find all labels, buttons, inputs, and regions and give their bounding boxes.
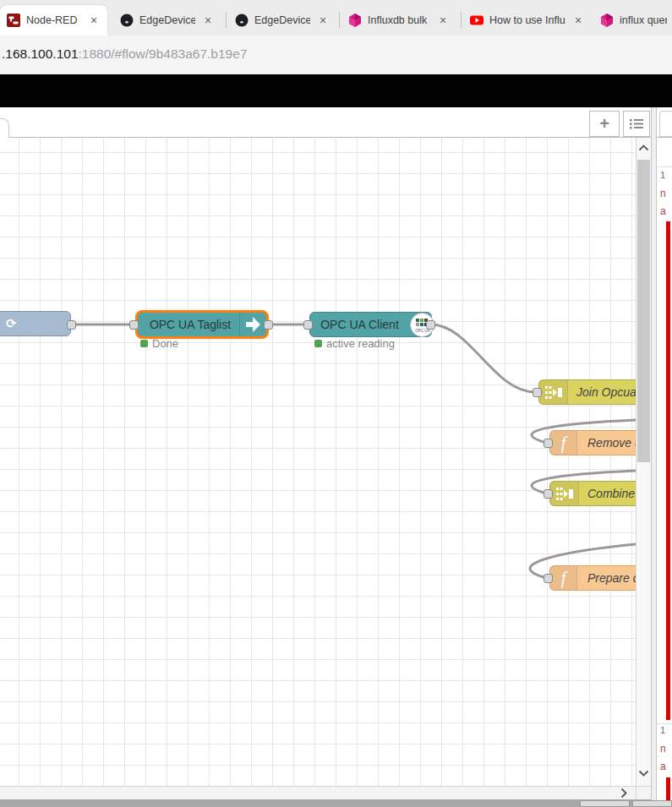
browser-tab-influxdb-1[interactable]: Influxdb bulk ins × <box>341 5 456 35</box>
port-output-client[interactable] <box>426 320 435 330</box>
port-output-inject[interactable] <box>67 320 76 330</box>
chevron-right-icon <box>620 788 627 799</box>
tab-separator <box>226 12 227 28</box>
debug-message[interactable]: 1 n a <box>657 725 672 772</box>
youtube-favicon-icon <box>470 14 484 27</box>
join-icon <box>539 380 568 404</box>
tab-separator <box>339 12 340 28</box>
tab-title: EdgeDevices/Inf <box>254 14 310 26</box>
scroll-up-button[interactable] <box>636 139 651 156</box>
browser-tab-strip: Node-RED : 192. × EdgeDevices/1_0 × Edge… <box>0 0 672 35</box>
message-divider <box>657 166 672 167</box>
debug-node-ref: n <box>657 743 672 755</box>
tab-title: How to use Influ <box>489 14 565 26</box>
sidebar-tab-partial[interactable] <box>659 111 672 137</box>
browser-tab-github-2[interactable]: EdgeDevices/Inf × <box>228 5 336 35</box>
flow-canvas[interactable]: ⟳ OPC UA Taglist Done OPC UA Client OPC … <box>0 138 636 786</box>
tab-separator <box>461 12 462 28</box>
tab-close-icon[interactable]: × <box>87 14 101 27</box>
flow-tab-partial[interactable] <box>0 118 9 138</box>
influxdb-favicon-icon <box>348 14 362 27</box>
message-divider <box>657 723 672 724</box>
status-text: Done <box>152 337 178 350</box>
browser-tab-influxdb-2[interactable]: influx query | <box>593 5 672 35</box>
browser-toolbar: .168.100.101:1880/#flow/9b483a67.b19e7 <box>0 35 672 74</box>
debug-node-ref: n <box>657 188 672 199</box>
scrollbar-corner <box>636 786 651 800</box>
tab-title: EdgeDevices/1_0 <box>139 14 195 26</box>
tab-close-icon[interactable]: × <box>201 14 215 27</box>
github-favicon-icon <box>120 14 134 27</box>
status-dot-icon <box>314 340 322 347</box>
chevron-down-icon <box>638 770 649 777</box>
scroll-down-button[interactable] <box>636 765 651 782</box>
tab-close-icon[interactable]: × <box>571 14 585 27</box>
function-icon: f <box>550 566 577 590</box>
tab-close-icon[interactable]: × <box>316 14 330 27</box>
horizontal-scrollbar-corner <box>632 800 672 807</box>
node-status-client: active reading <box>314 337 395 350</box>
status-dot-icon <box>140 340 148 347</box>
flow-list-button[interactable] <box>623 111 650 137</box>
tab-title: Node-RED : 192. <box>26 14 81 26</box>
port-output-taglist[interactable] <box>264 320 273 330</box>
port-input-remove[interactable] <box>544 439 553 448</box>
debug-sidebar: 1 n a 1 n a <box>657 107 672 800</box>
join-icon <box>550 482 579 505</box>
chevron-up-icon <box>638 144 649 151</box>
tab-close-icon[interactable]: × <box>436 14 450 27</box>
browser-tab-github-1[interactable]: EdgeDevices/1_0 × <box>113 5 221 35</box>
repeat-icon: ⟳ <box>6 316 17 331</box>
port-input-prepare[interactable] <box>544 574 553 583</box>
port-input-combine[interactable] <box>544 489 553 499</box>
browser-tab-nodered[interactable]: Node-RED : 192. × <box>0 5 107 35</box>
nodered-header <box>0 74 672 107</box>
sidebar-separator[interactable] <box>651 107 657 800</box>
node-status-taglist: Done <box>140 337 178 350</box>
list-icon <box>630 118 643 129</box>
arrow-right-icon <box>239 313 266 336</box>
add-flow-button[interactable]: + <box>589 111 620 137</box>
port-input-taglist[interactable] <box>129 320 139 330</box>
tab-title: influx query | <box>620 14 667 26</box>
workspace-tabbar: + <box>0 107 651 138</box>
port-input-client[interactable] <box>303 320 313 330</box>
node-function-remove[interactable]: f Remove u <box>549 430 636 455</box>
scroll-right-button[interactable] <box>615 787 632 799</box>
function-icon: f <box>550 431 577 455</box>
debug-error-border <box>666 777 670 800</box>
debug-payload: a <box>657 761 672 772</box>
github-favicon-icon <box>235 14 249 27</box>
horizontal-scrollbar-track-segment[interactable] <box>580 800 630 807</box>
node-opcua-client[interactable]: OPC UA Client OPC UA <box>309 312 432 337</box>
browser-window: Node-RED : 192. × EdgeDevices/1_0 × Edge… <box>0 0 672 807</box>
url-path: :1880/#flow/9b483a67.b19e7 <box>79 46 248 61</box>
browser-horizontal-scrollbar[interactable] <box>0 800 672 807</box>
canvas-horizontal-scrollbar[interactable] <box>0 786 636 800</box>
node-inject[interactable]: ⟳ <box>0 311 71 336</box>
tab-title: Influxdb bulk ins <box>368 14 430 26</box>
vertical-scrollbar-thumb[interactable] <box>637 160 650 462</box>
debug-timestamp: 1 <box>657 725 672 735</box>
node-opcua-taglist[interactable]: OPC UA Taglist <box>135 310 269 339</box>
debug-error-border <box>666 221 670 720</box>
nodered-favicon-icon <box>7 14 20 27</box>
influxdb-favicon-icon <box>600 14 614 27</box>
debug-payload: a <box>657 205 672 217</box>
sidebar-header <box>657 107 672 138</box>
address-bar[interactable]: .168.100.101:1880/#flow/9b483a67.b19e7 <box>2 46 247 62</box>
node-join-combine[interactable]: Combine r <box>549 481 636 506</box>
debug-message[interactable]: 1 n a <box>657 170 672 217</box>
wire-client-to-join <box>431 324 535 392</box>
wires-layer <box>0 138 636 786</box>
port-input-join[interactable] <box>533 388 542 397</box>
browser-tab-youtube[interactable]: How to use Influ × <box>463 5 592 35</box>
node-function-prepare[interactable]: f Prepare d <box>549 565 636 591</box>
status-text: active reading <box>326 337 395 350</box>
node-join-opcua[interactable]: Join Opcua o <box>538 379 636 405</box>
canvas-vertical-scrollbar[interactable] <box>636 138 651 786</box>
debug-timestamp: 1 <box>657 170 672 180</box>
url-host: .168.100.101 <box>2 46 79 61</box>
